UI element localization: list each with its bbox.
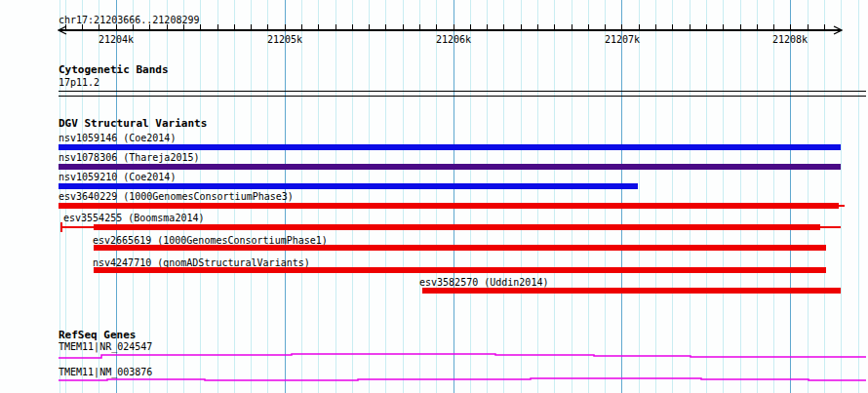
gene-line[interactable]	[0, 0, 868, 393]
genome-browser: 21204k21205k21206k21207k21208k chr17:212…	[0, 0, 868, 393]
